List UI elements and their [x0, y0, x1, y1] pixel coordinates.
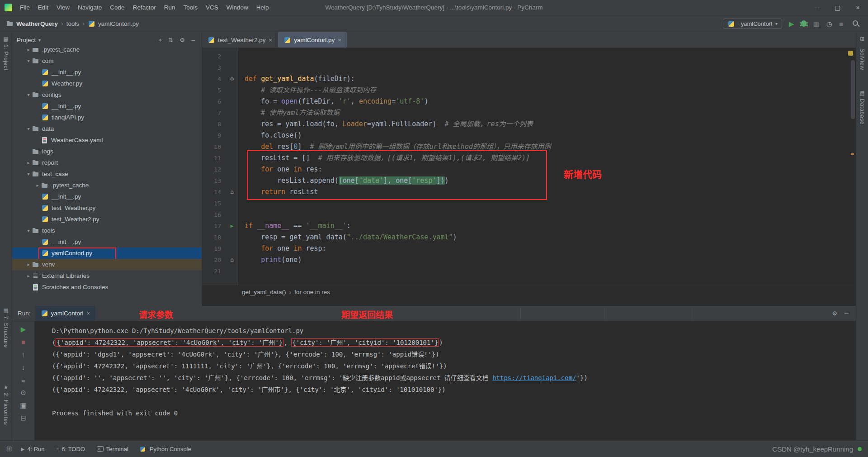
clear-all-icon[interactable]: ⊟ — [20, 414, 26, 421]
menu-refactor[interactable]: Refactor — [129, 4, 160, 11]
tool-window-database-button[interactable]: ▤ Database — [856, 90, 868, 125]
home-gutter-icon[interactable]: ⌂ — [226, 254, 238, 266]
tree-item-pytest-cache[interactable]: ▸.pytest_cache — [12, 48, 202, 55]
editor-scrollbar[interactable] — [851, 60, 855, 119]
run-configuration-select[interactable]: yamlContorl ▾ — [723, 19, 782, 29]
close-button[interactable]: × — [848, 0, 868, 15]
menu-run[interactable]: Run — [160, 4, 179, 11]
statusbar-6-todo[interactable]: ≡6: TODO — [57, 446, 85, 452]
chevron-closed-icon[interactable]: ▸ — [25, 273, 32, 278]
chevron-open-icon[interactable]: ▾ — [25, 92, 32, 97]
chevron-closed-icon[interactable]: ▸ — [25, 48, 32, 52]
tree-item-configs[interactable]: ▾configs — [12, 89, 202, 100]
hide-panel-icon[interactable]: ─ — [844, 310, 849, 316]
search-icon[interactable] — [853, 20, 858, 26]
tool-window-project-button[interactable]: ▤ 1: Project — [0, 36, 12, 71]
code-area[interactable]: 234⚙def get_yaml_data(fileDir):5 # 读取文件操… — [202, 48, 856, 285]
collapse-all-icon[interactable]: ⇅ — [168, 37, 173, 43]
profiler-icon[interactable]: ◷ — [826, 20, 832, 27]
chevron-open-icon[interactable]: ▾ — [25, 126, 32, 131]
tree-item-tools[interactable]: ▾tools — [12, 225, 202, 236]
tree-item-weather-py[interactable]: Weather.py — [12, 78, 202, 89]
tree-item-external-libraries[interactable]: ▸External Libraries — [12, 270, 202, 281]
project-panel-title[interactable]: Project — [17, 37, 36, 43]
pin-tab-icon[interactable]: ⊙ — [20, 389, 26, 396]
coverage-icon[interactable]: ▥ — [813, 20, 820, 27]
breadcrumb-weatherquery[interactable]: WeatherQuery — [6, 20, 58, 27]
stop-icon[interactable]: ■ — [839, 20, 843, 27]
tree-item-init-py[interactable]: __init__.py — [12, 100, 202, 112]
tool-window-sciview-button[interactable]: SciView — [856, 48, 868, 70]
tool-window-switcher-icon[interactable]: ⊞ — [6, 445, 12, 453]
hide-panel-icon[interactable]: ─ — [191, 37, 195, 43]
tree-item-pytest-cache[interactable]: ▸.pytest_cache — [12, 180, 202, 191]
chevron-closed-icon[interactable]: ▸ — [25, 160, 32, 165]
tree-item-scratches-and-consoles[interactable]: Scratches and Consoles — [12, 281, 202, 293]
tree-item-com[interactable]: ▾com — [12, 55, 202, 67]
menu-vcs[interactable]: VCS — [202, 4, 222, 11]
run-gutter-icon[interactable]: ▶ — [226, 220, 238, 232]
chevron-open-icon[interactable]: ▾ — [25, 228, 32, 233]
tab-test-weather2-py[interactable]: test_Weather2.py× — [202, 32, 278, 48]
settings-icon[interactable]: ⚙ — [832, 310, 837, 316]
restore-layout-icon[interactable]: ≡ — [21, 376, 25, 383]
chevron-open-icon[interactable]: ▾ — [25, 171, 32, 176]
menu-navigate[interactable]: Navigate — [74, 4, 106, 11]
home-gutter-icon[interactable]: ⌂ — [226, 186, 238, 198]
tree-item-venv[interactable]: ▸venv — [12, 259, 202, 270]
tree-item-test-weather2-py[interactable]: test_Weather2.py — [12, 214, 202, 225]
statusbar-python-console[interactable]: Python Console — [140, 446, 191, 452]
console-link[interactable]: https://tianqiapi.com/ — [492, 374, 576, 381]
tree-item-data[interactable]: ▾data — [12, 123, 202, 134]
breadcrumb-yamlcontorl-py[interactable]: yamlContorl.py — [88, 20, 139, 27]
chevron-open-icon[interactable]: ▾ — [25, 58, 32, 63]
menu-window[interactable]: Window — [222, 4, 252, 11]
print-icon[interactable]: ▣ — [20, 402, 26, 409]
menu-file[interactable]: File — [16, 4, 34, 11]
close-tab-icon[interactable]: × — [338, 37, 341, 43]
stop-icon[interactable]: ■ — [21, 338, 25, 345]
tree-item-tianqiapi-py[interactable]: tianqiAPI.py — [12, 112, 202, 123]
locate-file-icon[interactable]: ⌖ — [159, 37, 162, 43]
run-tab[interactable]: yamlContorl× — [35, 306, 96, 321]
debug-icon[interactable] — [801, 20, 807, 27]
run-icon[interactable]: ▶ — [789, 20, 794, 27]
minimize-button[interactable]: ─ — [807, 0, 827, 15]
inspections-indicator-icon[interactable] — [848, 51, 853, 56]
close-tab-icon[interactable]: × — [87, 310, 90, 317]
tree-item-logs[interactable]: logs — [12, 146, 202, 157]
menu-code[interactable]: Code — [106, 4, 128, 11]
tree-item-yamlcontorl-py[interactable]: yamlContorl.py — [12, 248, 202, 259]
tree-item-init-py[interactable]: __init__.py — [12, 67, 202, 78]
tree-item-test-case[interactable]: ▾test_case — [12, 168, 202, 180]
menu-help[interactable]: Help — [252, 4, 273, 11]
editor-breadcrumb-item[interactable]: get_yaml_data() — [242, 289, 286, 295]
menu-view[interactable]: View — [52, 4, 74, 11]
settings-icon[interactable]: ⚙ — [179, 37, 185, 43]
menu-edit[interactable]: Edit — [34, 4, 52, 11]
scroll-up-icon[interactable]: ↑ — [22, 351, 25, 358]
tab-yamlcontorl-py[interactable]: yamlContorl.py× — [278, 32, 347, 48]
rerun-icon[interactable]: ▶ — [21, 326, 26, 333]
close-tab-icon[interactable]: × — [269, 37, 273, 43]
tool-window-structure-button[interactable]: ▦ 7: Structure — [0, 307, 12, 348]
menu-tools[interactable]: Tools — [179, 4, 202, 11]
statusbar-4-run[interactable]: ▶4: Run — [21, 446, 45, 452]
chevron-closed-icon[interactable]: ▸ — [34, 183, 41, 188]
chevron-closed-icon[interactable]: ▸ — [25, 262, 32, 267]
console-output[interactable]: D:\Python\python.exe D:/TyhStudy/Weather… — [35, 321, 856, 440]
tree-item-report[interactable]: ▸report — [12, 157, 202, 168]
scroll-down-icon[interactable]: ↓ — [22, 364, 25, 371]
breadcrumb-tools[interactable]: tools — [66, 20, 80, 27]
statusbar-terminal[interactable]: >_Terminal — [97, 446, 128, 452]
tool-window-favorites-button[interactable]: ★ 2: Favorites — [0, 384, 12, 425]
editor-breadcrumb-item[interactable]: for one in res — [294, 289, 330, 295]
tree-item-init-py[interactable]: __init__.py — [12, 236, 202, 248]
tree-item-test-weather-py[interactable]: test_Weather.py — [12, 202, 202, 214]
gear-gutter-icon[interactable]: ⚙ — [226, 73, 238, 85]
tree-item-weathercase-yaml[interactable]: WeatherCase.yaml — [12, 134, 202, 146]
grid-view-button[interactable]: ⊞ — [856, 36, 868, 42]
tree-item-init-py[interactable]: __init__.py — [12, 191, 202, 202]
maximize-button[interactable]: ▢ — [827, 0, 848, 15]
error-stripe-mark[interactable] — [851, 153, 854, 155]
